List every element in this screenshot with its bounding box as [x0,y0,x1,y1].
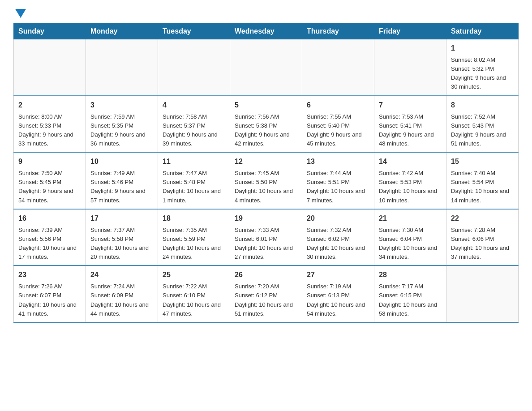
day-number: 27 [307,270,369,280]
day-info: Sunrise: 7:52 AMSunset: 5:43 PMDaylight:… [451,112,514,149]
day-number: 26 [235,270,297,280]
calendar-day-cell: 6Sunrise: 7:55 AMSunset: 5:40 PMDaylight… [302,96,374,153]
calendar-day-cell: 19Sunrise: 7:33 AMSunset: 6:01 PMDayligh… [230,209,302,266]
day-info: Sunrise: 7:58 AMSunset: 5:37 PMDaylight:… [163,112,225,149]
day-number: 1 [451,43,514,54]
logo-top-row [13,9,26,19]
day-info: Sunrise: 7:56 AMSunset: 5:38 PMDaylight:… [235,112,297,149]
day-of-week-header: Saturday [446,24,519,39]
calendar-day-cell: 12Sunrise: 7:45 AMSunset: 5:50 PMDayligh… [230,152,302,209]
calendar-week-row: 16Sunrise: 7:39 AMSunset: 5:56 PMDayligh… [14,209,519,266]
calendar-day-cell [446,265,519,322]
day-number: 12 [235,156,297,167]
logo-triangle-icon [15,9,26,18]
calendar-week-row: 9Sunrise: 7:50 AMSunset: 5:45 PMDaylight… [14,152,519,209]
day-info: Sunrise: 7:26 AMSunset: 6:07 PMDaylight:… [18,282,81,318]
day-info: Sunrise: 7:39 AMSunset: 5:56 PMDaylight:… [18,226,81,262]
day-number: 19 [235,213,297,224]
day-info: Sunrise: 7:32 AMSunset: 6:02 PMDaylight:… [307,226,369,262]
calendar-day-cell: 4Sunrise: 7:58 AMSunset: 5:37 PMDaylight… [158,96,230,153]
day-number: 4 [163,100,225,111]
day-number: 7 [379,100,442,111]
day-info: Sunrise: 7:19 AMSunset: 6:13 PMDaylight:… [307,282,369,318]
calendar-day-cell: 10Sunrise: 7:49 AMSunset: 5:46 PMDayligh… [86,152,158,209]
day-info: Sunrise: 7:20 AMSunset: 6:12 PMDaylight:… [235,282,297,318]
day-info: Sunrise: 7:17 AMSunset: 6:15 PMDaylight:… [379,282,442,318]
day-number: 13 [307,156,369,167]
day-number: 6 [307,100,369,111]
day-number: 9 [18,156,81,167]
calendar-day-cell: 2Sunrise: 8:00 AMSunset: 5:33 PMDaylight… [14,96,86,153]
day-info: Sunrise: 7:35 AMSunset: 5:59 PMDaylight:… [163,226,225,262]
day-info: Sunrise: 7:28 AMSunset: 6:06 PMDaylight:… [451,226,514,262]
calendar-day-cell [14,39,86,96]
calendar-day-cell: 1Sunrise: 8:02 AMSunset: 5:32 PMDaylight… [446,39,519,96]
calendar-header: SundayMondayTuesdayWednesdayThursdayFrid… [14,24,519,39]
calendar-day-cell [302,39,374,96]
day-info: Sunrise: 7:55 AMSunset: 5:40 PMDaylight:… [307,112,369,149]
calendar-day-cell [86,39,158,96]
calendar-day-cell: 5Sunrise: 7:56 AMSunset: 5:38 PMDaylight… [230,96,302,153]
day-number: 2 [18,100,81,111]
day-number: 14 [379,156,442,167]
day-number: 20 [307,213,369,224]
day-info: Sunrise: 7:59 AMSunset: 5:35 PMDaylight:… [90,112,153,149]
day-number: 16 [18,213,81,224]
calendar-day-cell: 18Sunrise: 7:35 AMSunset: 5:59 PMDayligh… [158,209,230,266]
calendar-day-cell: 9Sunrise: 7:50 AMSunset: 5:45 PMDaylight… [14,152,86,209]
calendar-body: 1Sunrise: 8:02 AMSunset: 5:32 PMDaylight… [14,39,519,322]
calendar-day-cell: 7Sunrise: 7:53 AMSunset: 5:41 PMDaylight… [374,96,446,153]
day-info: Sunrise: 7:50 AMSunset: 5:45 PMDaylight:… [18,169,81,205]
days-of-week-row: SundayMondayTuesdayWednesdayThursdayFrid… [14,24,519,39]
calendar-day-cell: 8Sunrise: 7:52 AMSunset: 5:43 PMDaylight… [446,96,519,153]
calendar-day-cell: 17Sunrise: 7:37 AMSunset: 5:58 PMDayligh… [86,209,158,266]
day-of-week-header: Monday [86,24,158,39]
day-info: Sunrise: 7:44 AMSunset: 5:51 PMDaylight:… [307,169,369,205]
calendar-week-row: 1Sunrise: 8:02 AMSunset: 5:32 PMDaylight… [14,39,519,96]
calendar-day-cell: 27Sunrise: 7:19 AMSunset: 6:13 PMDayligh… [302,265,374,322]
day-info: Sunrise: 7:47 AMSunset: 5:48 PMDaylight:… [163,169,225,205]
logo [13,9,26,19]
day-info: Sunrise: 7:30 AMSunset: 6:04 PMDaylight:… [379,226,442,262]
calendar-day-cell: 14Sunrise: 7:42 AMSunset: 5:53 PMDayligh… [374,152,446,209]
calendar-day-cell [230,39,302,96]
day-number: 28 [379,270,442,280]
calendar-day-cell: 22Sunrise: 7:28 AMSunset: 6:06 PMDayligh… [446,209,519,266]
calendar-day-cell [158,39,230,96]
day-info: Sunrise: 8:02 AMSunset: 5:32 PMDaylight:… [451,56,514,92]
day-number: 25 [163,270,225,280]
day-number: 23 [18,270,81,280]
day-info: Sunrise: 7:53 AMSunset: 5:41 PMDaylight:… [379,112,442,149]
calendar-day-cell: 11Sunrise: 7:47 AMSunset: 5:48 PMDayligh… [158,152,230,209]
calendar-day-cell: 3Sunrise: 7:59 AMSunset: 5:35 PMDaylight… [86,96,158,153]
day-of-week-header: Sunday [14,24,86,39]
day-of-week-header: Friday [374,24,446,39]
calendar-day-cell: 15Sunrise: 7:40 AMSunset: 5:54 PMDayligh… [446,152,519,209]
day-number: 18 [163,213,225,224]
day-number: 5 [235,100,297,111]
day-info: Sunrise: 7:22 AMSunset: 6:10 PMDaylight:… [163,282,225,318]
page-header [13,9,519,19]
calendar-day-cell: 20Sunrise: 7:32 AMSunset: 6:02 PMDayligh… [302,209,374,266]
calendar-week-row: 2Sunrise: 8:00 AMSunset: 5:33 PMDaylight… [14,96,519,153]
day-number: 11 [163,156,225,167]
day-number: 22 [451,213,514,224]
day-info: Sunrise: 7:24 AMSunset: 6:09 PMDaylight:… [90,282,153,318]
day-of-week-header: Tuesday [158,24,230,39]
day-number: 15 [451,156,514,167]
day-number: 10 [90,156,153,167]
calendar-day-cell: 26Sunrise: 7:20 AMSunset: 6:12 PMDayligh… [230,265,302,322]
calendar-day-cell: 25Sunrise: 7:22 AMSunset: 6:10 PMDayligh… [158,265,230,322]
calendar-day-cell: 23Sunrise: 7:26 AMSunset: 6:07 PMDayligh… [14,265,86,322]
day-info: Sunrise: 8:00 AMSunset: 5:33 PMDaylight:… [18,112,81,149]
calendar-day-cell [374,39,446,96]
day-info: Sunrise: 7:45 AMSunset: 5:50 PMDaylight:… [235,169,297,205]
day-info: Sunrise: 7:42 AMSunset: 5:53 PMDaylight:… [379,169,442,205]
day-number: 8 [451,100,514,111]
calendar-table: SundayMondayTuesdayWednesdayThursdayFrid… [13,23,519,323]
day-number: 24 [90,270,153,280]
day-info: Sunrise: 7:49 AMSunset: 5:46 PMDaylight:… [90,169,153,205]
calendar-day-cell: 13Sunrise: 7:44 AMSunset: 5:51 PMDayligh… [302,152,374,209]
day-number: 3 [90,100,153,111]
calendar-week-row: 23Sunrise: 7:26 AMSunset: 6:07 PMDayligh… [14,265,519,322]
